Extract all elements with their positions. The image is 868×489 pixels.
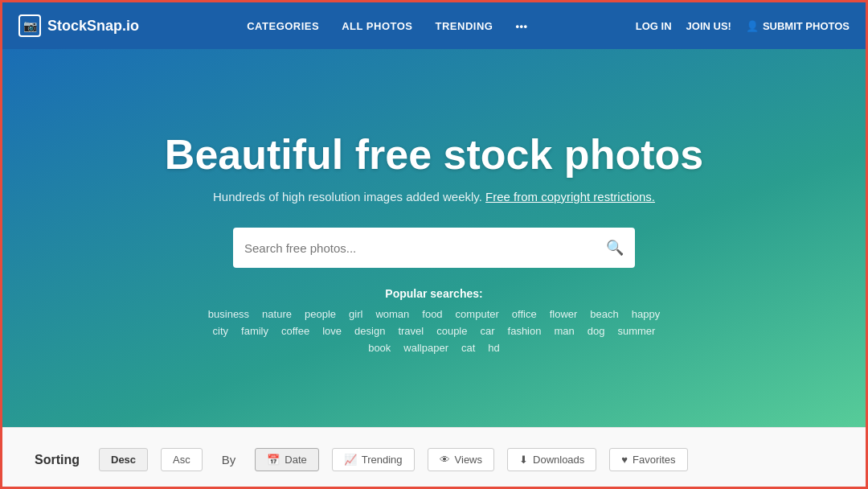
copyright-link[interactable]: Free from copyright restrictions. [485,190,655,203]
tag-design[interactable]: design [354,325,385,337]
main-content: Beautiful free stock photos Hundreds of … [2,49,866,489]
tag-computer[interactable]: computer [456,308,499,320]
tag-woman[interactable]: woman [375,308,409,320]
tag-row-3: book wallpaper cat hd [368,342,500,354]
logo-text: StockSnap.io [47,18,139,35]
join-link[interactable]: JOIN US! [686,20,731,32]
sorting-bar: Sorting Desc Asc By 📅 Date 📈 Trending 👁 … [2,427,866,489]
nav-more[interactable]: ••• [515,20,527,32]
header: 📷 StockSnap.io CATEGORIES ALL PHOTOS TRE… [2,2,866,49]
tag-food[interactable]: food [422,308,442,320]
search-icon[interactable]: 🔍 [606,239,624,257]
search-bar: 🔍 [233,228,635,268]
popular-tags: business nature people girl woman food c… [208,308,660,354]
heart-icon: ♥ [621,454,628,466]
sorting-label: Sorting [35,453,80,467]
tag-city[interactable]: city [213,325,229,337]
hero-section: Beautiful free stock photos Hundreds of … [2,49,866,427]
tag-coffee[interactable]: coffee [281,325,309,337]
search-input[interactable] [244,241,606,255]
nav-right: LOG IN JOIN US! 👤 SUBMIT PHOTOS [636,20,850,32]
nav-trending[interactable]: TRENDING [436,20,493,32]
tag-business[interactable]: business [208,308,249,320]
eye-icon: 👁 [440,454,450,466]
tag-beach[interactable]: beach [590,308,618,320]
tag-couple[interactable]: couple [436,325,467,337]
filter-favorites-button[interactable]: ♥ Favorites [609,448,687,471]
filter-downloads-button[interactable]: ⬇ Downloads [507,448,596,471]
sort-desc-button[interactable]: Desc [99,448,148,471]
hero-title: Beautiful free stock photos [165,130,703,179]
nav-center: CATEGORIES ALL PHOTOS TRENDING ••• [247,20,527,32]
tag-fashion[interactable]: fashion [508,325,542,337]
tag-travel[interactable]: travel [398,325,424,337]
submit-icon: 👤 [746,20,759,32]
filter-views-button[interactable]: 👁 Views [428,448,494,471]
tag-family[interactable]: family [241,325,268,337]
download-icon: ⬇ [519,454,528,466]
hero-subtitle: Hundreds of high resolution images added… [213,190,655,203]
tag-dog[interactable]: dog [588,325,605,337]
sort-asc-button[interactable]: Asc [161,448,203,471]
nav-all-photos[interactable]: ALL PHOTOS [342,20,412,32]
tag-cat[interactable]: cat [461,342,475,354]
tag-summer[interactable]: summer [617,325,655,337]
tag-row-2: city family coffee love design travel co… [213,325,656,337]
submit-photos-button[interactable]: 👤 SUBMIT PHOTOS [746,20,850,32]
filter-trending-button[interactable]: 📈 Trending [332,448,415,471]
tag-hd[interactable]: hd [488,342,499,354]
trending-icon: 📈 [344,454,357,466]
logo[interactable]: 📷 StockSnap.io [18,14,139,37]
tag-nature[interactable]: nature [262,308,292,320]
tag-book[interactable]: book [368,342,391,354]
tag-girl[interactable]: girl [349,308,362,320]
calendar-icon: 📅 [267,454,280,466]
tag-office[interactable]: office [512,308,537,320]
filter-date-button[interactable]: 📅 Date [255,448,318,471]
popular-searches-label: Popular searches: [385,287,482,300]
tag-flower[interactable]: flower [550,308,578,320]
tag-people[interactable]: people [305,308,336,320]
tag-man[interactable]: man [554,325,574,337]
tag-happy[interactable]: happy [632,308,660,320]
tag-love[interactable]: love [322,325,342,337]
tag-car[interactable]: car [480,325,494,337]
nav-categories[interactable]: CATEGORIES [247,20,319,32]
logo-icon: 📷 [18,14,41,37]
tag-row-1: business nature people girl woman food c… [208,308,660,320]
by-label: By [222,453,236,466]
tag-wallpaper[interactable]: wallpaper [403,342,448,354]
login-link[interactable]: LOG IN [636,20,672,32]
